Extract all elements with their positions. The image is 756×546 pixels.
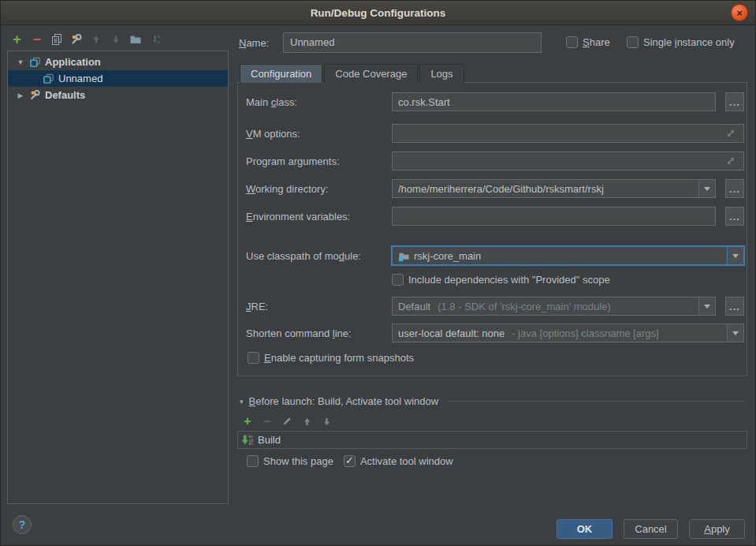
move-up-button[interactable] xyxy=(88,30,104,49)
vm-options-label: VM options: xyxy=(246,128,392,140)
tree-collapsed-icon[interactable]: ▶ xyxy=(16,92,25,99)
build-icon: 01 10 01 xyxy=(241,434,254,447)
folder-icon xyxy=(129,33,142,46)
title-bar[interactable]: Run/Debug Configurations × xyxy=(1,1,755,25)
dialog-title: Run/Debug Configurations xyxy=(311,7,446,19)
before-launch-title: Before launch: Build, Activate tool wind… xyxy=(249,395,439,407)
use-classpath-combobox[interactable]: rskj-core_main xyxy=(392,246,744,265)
application-icon xyxy=(43,73,54,84)
share-checkbox[interactable]: Share xyxy=(566,36,610,48)
new-folder-button[interactable] xyxy=(127,30,143,49)
tree-item-unnamed[interactable]: Unnamed xyxy=(8,70,228,87)
main-class-input[interactable]: co.rsk.Start xyxy=(392,92,716,111)
svg-text:z: z xyxy=(157,39,159,44)
plus-icon: + xyxy=(244,414,251,428)
edit-defaults-button[interactable] xyxy=(68,30,84,49)
configurations-tree: ▼ Application Unnamed ▶ Defaults xyxy=(7,50,229,504)
enable-capturing-checkbox[interactable]: Enable capturing form snapshots xyxy=(248,352,414,364)
close-icon: × xyxy=(736,8,743,18)
help-button[interactable]: ? xyxy=(13,515,32,534)
jre-browse-button[interactable]: ... xyxy=(725,297,744,316)
dropdown-arrow-button[interactable] xyxy=(727,324,743,342)
tab-code-coverage[interactable]: Code Coverage xyxy=(324,64,418,83)
working-directory-browse-button[interactable]: ... xyxy=(725,179,744,198)
tree-item-label: Unnamed xyxy=(58,73,102,84)
environment-variables-label: Environment variables: xyxy=(246,211,392,223)
vm-options-input[interactable] xyxy=(392,124,744,143)
collapse-section-icon[interactable]: ▾ xyxy=(240,398,244,406)
dropdown-arrow-button[interactable] xyxy=(727,247,743,264)
share-label: Share xyxy=(583,36,610,48)
arrow-down-icon xyxy=(322,417,332,427)
main-class-label: Main class: xyxy=(246,96,392,108)
include-dependencies-checkbox[interactable]: Include dependencies with "Provided" sco… xyxy=(392,274,610,286)
program-arguments-label: Program arguments: xyxy=(246,155,392,167)
arrow-down-icon xyxy=(110,34,121,45)
wrench-icon xyxy=(29,89,41,101)
checkbox-box xyxy=(392,274,404,286)
checkbox-box xyxy=(566,36,578,48)
minus-icon: − xyxy=(263,414,270,428)
move-down-button[interactable] xyxy=(107,30,124,49)
tree-item-label: Defaults xyxy=(45,89,85,101)
chevron-down-icon xyxy=(704,305,710,309)
shorten-command-line-combobox[interactable]: user-local default: none- java [options]… xyxy=(392,323,744,342)
vm-options-row: VM options: xyxy=(246,124,744,143)
chevron-down-icon xyxy=(704,187,710,191)
close-button[interactable]: × xyxy=(731,4,748,21)
show-this-page-checkbox[interactable]: Show this page xyxy=(247,455,333,467)
svg-text:a: a xyxy=(157,34,160,39)
use-classpath-row: Use classpath of module: rskj-core_main xyxy=(246,246,744,265)
jre-row: JRE: Default(1.8 - SDK of 'rskj-core_mai… xyxy=(246,297,744,316)
copy-icon xyxy=(50,33,63,46)
shorten-command-line-label: Shorten command line: xyxy=(246,327,392,339)
add-configuration-button[interactable]: + xyxy=(9,30,25,49)
plus-icon: + xyxy=(13,32,21,48)
working-directory-combobox[interactable]: /home/meriherrera/Code/Github/rsksmart/r… xyxy=(392,179,716,198)
program-arguments-input[interactable] xyxy=(392,151,744,170)
before-launch-section-header[interactable]: ▾ Before launch: Build, Activate tool wi… xyxy=(240,395,745,407)
working-directory-row: Working directory: /home/meriherrera/Cod… xyxy=(246,179,744,198)
tree-item-application[interactable]: ▼ Application xyxy=(8,54,228,70)
expand-field-icon[interactable] xyxy=(725,128,738,139)
checkbox-box xyxy=(247,455,259,467)
activate-tool-window-checkbox[interactable]: Activate tool window xyxy=(344,455,453,467)
move-task-down-button[interactable] xyxy=(320,415,333,428)
move-task-up-button[interactable] xyxy=(300,415,313,428)
name-input[interactable]: Unnamed xyxy=(283,32,542,53)
tab-logs[interactable]: Logs xyxy=(419,64,464,83)
tree-item-defaults[interactable]: ▶ Defaults xyxy=(8,87,228,103)
dropdown-arrow-button[interactable] xyxy=(698,180,715,197)
environment-variables-browse-button[interactable]: ... xyxy=(725,207,744,226)
jre-combobox[interactable]: Default(1.8 - SDK of 'rskj-core_main' mo… xyxy=(392,297,716,316)
run-debug-configurations-dialog: Run/Debug Configurations × + − xyxy=(0,0,756,546)
pencil-icon xyxy=(281,416,292,427)
add-task-button[interactable]: + xyxy=(241,415,254,428)
dropdown-arrow-button[interactable] xyxy=(698,297,715,315)
activate-tool-window-label: Activate tool window xyxy=(360,455,453,467)
program-arguments-row: Program arguments: xyxy=(246,151,744,170)
checkbox-box xyxy=(248,352,259,364)
chevron-down-icon xyxy=(732,254,739,258)
single-instance-checkbox[interactable]: Single instance only xyxy=(627,36,735,48)
main-class-browse-button[interactable]: ... xyxy=(725,92,744,111)
tab-configuration[interactable]: Configuration xyxy=(240,64,322,83)
sort-configurations-button[interactable]: a z xyxy=(147,30,163,49)
ok-button[interactable]: OK xyxy=(557,519,613,539)
remove-configuration-button[interactable]: − xyxy=(28,30,45,49)
expand-field-icon[interactable] xyxy=(725,155,738,166)
before-launch-toolbar: + − xyxy=(241,414,333,428)
remove-task-button[interactable]: − xyxy=(261,415,274,428)
module-icon xyxy=(398,250,410,262)
tree-item-label: Application xyxy=(45,56,101,68)
environment-variables-input[interactable] xyxy=(392,207,716,226)
configurations-toolbar: + − a xyxy=(9,29,163,50)
task-item-build[interactable]: Build xyxy=(258,434,281,446)
cancel-button[interactable]: Cancel xyxy=(624,519,678,539)
apply-button[interactable]: Apply xyxy=(689,519,745,539)
edit-task-button[interactable] xyxy=(281,415,293,428)
tree-expanded-icon[interactable]: ▼ xyxy=(16,58,25,66)
copy-configuration-button[interactable] xyxy=(48,30,65,49)
help-icon: ? xyxy=(19,518,26,531)
minus-icon: − xyxy=(32,32,41,48)
